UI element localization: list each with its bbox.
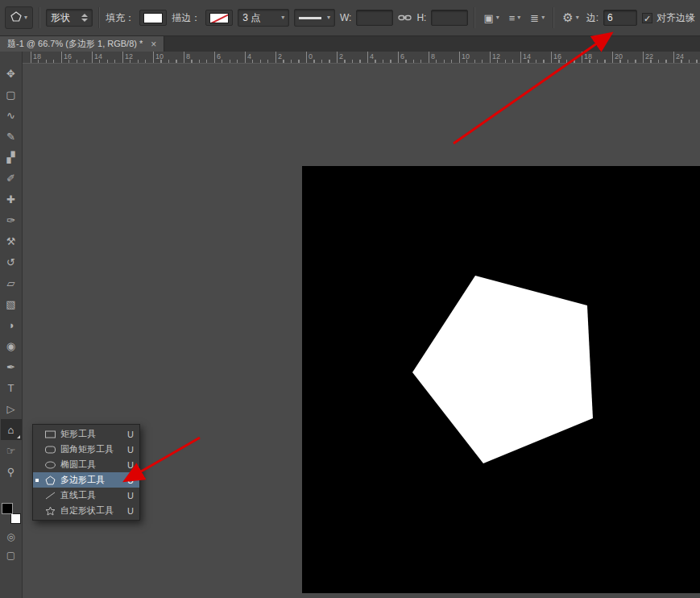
height-input[interactable] [431, 10, 468, 26]
blur-tool[interactable]: ◑ [1, 314, 22, 335]
chevron-down-icon: ▾ [327, 15, 330, 21]
path-arrangement-button[interactable]: ≣ ▾ [528, 8, 547, 27]
gradient-tool[interactable]: ▧ [1, 293, 22, 314]
separator [553, 7, 554, 28]
menu-item-ellipse-tool[interactable]: 椭圆工具 U [33, 457, 139, 472]
rectangular-marquee-tool[interactable]: ▢ [1, 84, 22, 105]
align-edges-checkbox[interactable]: ✓ 对齐边缘 [642, 11, 695, 25]
chevron-down-icon: ▾ [281, 15, 284, 21]
stroke-swatch-button[interactable] [205, 10, 233, 26]
ruler-tick: 22 [643, 52, 673, 63]
ruler-tick: 10 [153, 52, 184, 63]
ruler-tick: 16 [61, 52, 92, 63]
tool-preset-button[interactable]: ▾ [5, 6, 33, 29]
menu-item-shortcut: U [127, 460, 134, 470]
tools-list: ✥ ▢ ∿ ✎ ▞ [1, 63, 22, 482]
color-swatches[interactable] [2, 503, 21, 524]
menu-item-rectangle-tool[interactable]: 矩形工具 U [33, 426, 139, 442]
ruler-tick: 4 [367, 52, 398, 63]
geometry-options-button[interactable]: ⚙ ▾ [560, 8, 581, 27]
line-tool-icon [44, 491, 57, 500]
history-brush-tool[interactable]: ↺ [1, 251, 22, 272]
background-color-swatch[interactable] [10, 513, 21, 524]
ruler-tick: 14 [520, 52, 551, 63]
polygon-tool-icon [10, 11, 22, 24]
zoom-tool[interactable]: ⚲ [1, 461, 22, 482]
menu-item-label: 椭圆工具 [60, 459, 96, 471]
width-input[interactable] [356, 10, 393, 26]
stroke-type-select[interactable]: ▾ [294, 9, 335, 27]
path-selection-tool[interactable]: ▷ [1, 398, 22, 419]
brush-tool[interactable]: ✑ [1, 210, 22, 230]
chevron-down-icon: ▾ [496, 15, 499, 21]
ellipse-tool-icon [44, 460, 57, 470]
stroke-width-select[interactable]: 3 点 ▾ [238, 9, 289, 27]
ruler-tick: 12 [122, 52, 153, 63]
tool-options-bar: ▾ 形状 填充： 描边： 3 点 ▾ ▾ W: [0, 0, 700, 36]
eraser-tool[interactable]: ▱ [1, 272, 22, 293]
close-tab-icon[interactable]: × [151, 39, 156, 49]
quick-selection-tool[interactable]: ✎ [1, 126, 22, 147]
path-alignment-button[interactable]: ≡ ▾ [507, 8, 524, 27]
gear-icon: ⚙ [562, 10, 573, 25]
lasso-tool[interactable]: ∿ [1, 105, 22, 126]
pen-tool[interactable]: ✒ [1, 356, 22, 377]
tool-mode-select[interactable]: 形状 [46, 9, 93, 27]
path-operations-button[interactable]: ▣ ▾ [481, 8, 501, 27]
dodge-tool[interactable]: ◉ [1, 335, 22, 356]
ruler-tick: 2 [275, 52, 306, 63]
photoshop-window: ▾ 形状 填充： 描边： 3 点 ▾ ▾ W: [0, 0, 700, 598]
menu-item-label: 直线工具 [60, 489, 96, 501]
chevron-down-icon: ▾ [517, 15, 520, 21]
pasteboard: 18 16 14 12 10 8 6 4 2 0 [23, 52, 700, 598]
document-tab-title: 题-1 @ 66.7% (多边形 1, RGB/8) * [7, 38, 143, 50]
menu-item-label: 自定形状工具 [60, 505, 114, 517]
document-tab[interactable]: 题-1 @ 66.7% (多边形 1, RGB/8) * × [0, 36, 164, 52]
menu-item-shortcut: U [127, 491, 134, 500]
menu-item-label: 多边形工具 [60, 474, 105, 486]
solid-line-icon [299, 17, 321, 19]
path-arrangement-icon: ≣ [530, 12, 539, 24]
rounded-rectangle-tool-icon [44, 445, 57, 455]
fill-swatch-button[interactable] [139, 10, 167, 26]
shape-tool[interactable]: ⌂ [1, 419, 22, 440]
menu-item-shortcut: U [127, 475, 134, 485]
shape-tools-flyout-menu: 矩形工具 U 圆角矩形工具 U 椭圆工具 U [32, 424, 140, 521]
menu-item-label: 圆角矩形工具 [60, 443, 114, 455]
document-canvas[interactable] [302, 166, 700, 593]
quick-mask-button[interactable]: ◎ [6, 531, 14, 542]
crop-tool[interactable]: ▞ [1, 147, 22, 168]
move-tool[interactable]: ✥ [1, 63, 22, 84]
type-tool[interactable]: T [1, 377, 22, 398]
height-label: H: [416, 12, 426, 23]
tool-mode-value: 形状 [51, 11, 70, 25]
canvas-artwork [302, 166, 700, 593]
hand-tool[interactable]: ☞ [1, 440, 22, 461]
menu-item-custom-shape-tool[interactable]: 自定形状工具 U [33, 503, 139, 518]
tools-panel: ✥ ▢ ∿ ✎ ▞ [0, 52, 23, 598]
width-label: W: [340, 12, 351, 23]
current-tool-marker [35, 479, 41, 482]
ruler-tick: 24 [673, 52, 700, 63]
clone-stamp-tool[interactable]: ⚒ [1, 230, 22, 251]
updown-arrows-icon [81, 14, 88, 22]
ruler-tick: 8 [429, 52, 459, 63]
foreground-color-swatch[interactable] [2, 503, 13, 514]
chevron-down-icon: ▾ [24, 15, 27, 21]
link-dimensions-icon[interactable] [398, 13, 412, 23]
screen-mode-button[interactable]: ▢ [6, 550, 15, 561]
menu-item-line-tool[interactable]: 直线工具 U [33, 488, 139, 503]
menu-item-rounded-rectangle-tool[interactable]: 圆角矩形工具 U [33, 442, 139, 457]
ruler-tick: 10 [459, 52, 490, 63]
chevron-down-icon: ▾ [576, 15, 579, 21]
align-edges-label: 对齐边缘 [657, 11, 695, 25]
menu-item-polygon-tool[interactable]: 多边形工具 U [33, 472, 139, 488]
sides-input[interactable] [603, 10, 637, 26]
stroke-width-value: 3 点 [242, 11, 260, 25]
fill-label: 填充： [106, 11, 135, 25]
ruler-tick: 4 [245, 52, 275, 63]
healing-brush-tool[interactable]: ✚ [1, 189, 22, 210]
ruler-tick: 14 [92, 52, 122, 63]
eyedropper-tool[interactable]: ✐ [1, 168, 22, 189]
menu-item-label: 矩形工具 [60, 428, 96, 440]
